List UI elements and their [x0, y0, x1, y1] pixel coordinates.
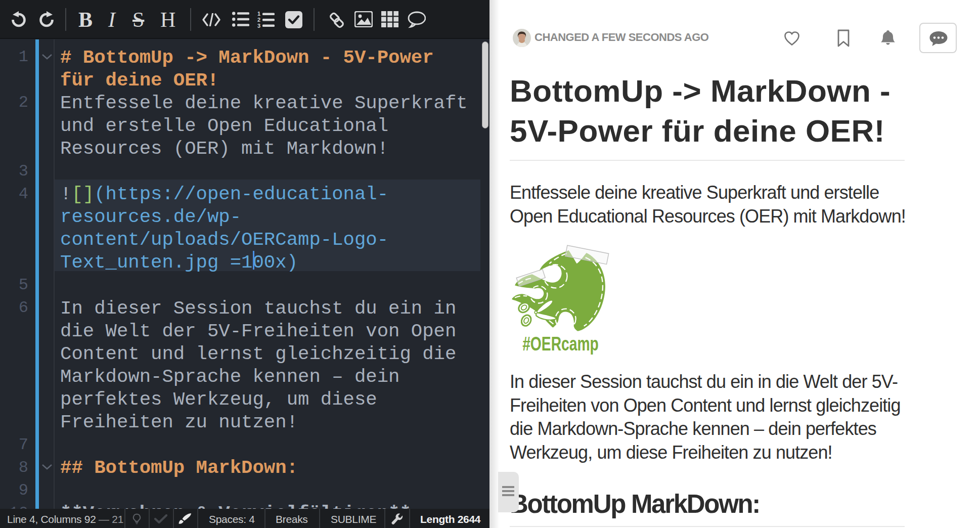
svg-text:2: 2: [257, 17, 260, 23]
svg-text:#OERcamp: #OERcamp: [522, 333, 599, 355]
svg-text:1: 1: [257, 11, 260, 17]
svg-text:3: 3: [257, 23, 260, 28]
